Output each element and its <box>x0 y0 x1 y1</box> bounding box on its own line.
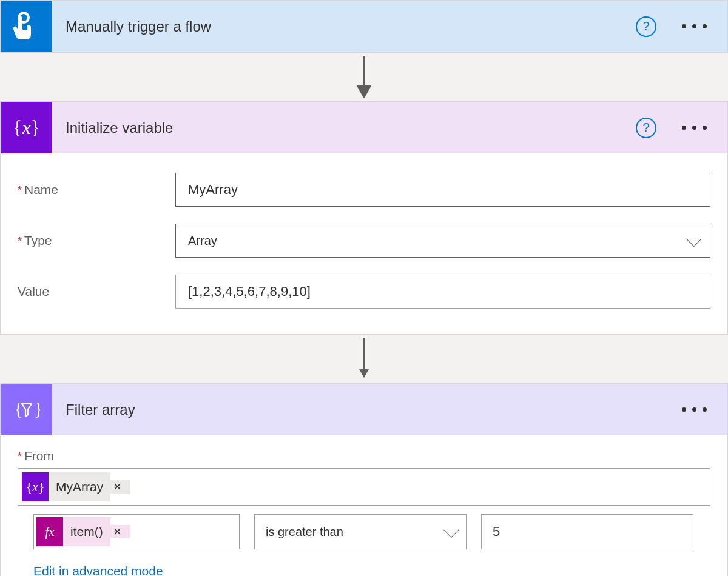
condition-operator-value: is greater than <box>266 525 343 539</box>
field-row-type: Type Array <box>18 215 710 266</box>
fx-icon: fx <box>36 517 63 546</box>
more-menu-button[interactable] <box>670 18 710 35</box>
field-row-name: Name <box>18 164 710 215</box>
field-label-from: From <box>18 449 710 463</box>
step-initialize-variable: {x} Initialize variable ? Name Type Arra… <box>0 101 728 335</box>
from-input[interactable]: {x} MyArray ✕ <box>18 468 710 506</box>
token-label: MyArray <box>49 472 110 501</box>
filter-array-icon: { } <box>1 384 52 435</box>
type-select-value: Array <box>188 234 217 248</box>
step-trigger-title: Manually trigger a flow <box>66 18 622 35</box>
field-label-name: Name <box>18 183 175 197</box>
variable-icon: {x} <box>1 102 52 153</box>
help-icon[interactable]: ? <box>636 118 656 138</box>
condition-value-input[interactable]: 5 <box>481 514 693 549</box>
type-select[interactable]: Array <box>175 224 710 258</box>
value-input[interactable] <box>175 275 710 309</box>
step-filter-array: { } Filter array From {x} MyArray ✕ <box>0 383 728 576</box>
more-menu-button[interactable] <box>670 401 710 418</box>
token-label: item() <box>63 517 110 546</box>
connector-arrow <box>0 335 728 383</box>
field-label-type: Type <box>18 233 175 248</box>
step-filter-body: From {x} MyArray ✕ fx item() <box>1 435 727 576</box>
more-menu-button[interactable] <box>670 119 710 136</box>
token-expression-item[interactable]: fx item() ✕ <box>36 517 130 546</box>
svg-text:}: } <box>34 398 41 418</box>
token-variable-myarray[interactable]: {x} MyArray ✕ <box>22 472 130 501</box>
chevron-down-icon <box>686 231 701 246</box>
step-initvar-title: Initialize variable <box>66 119 622 136</box>
condition-left-input[interactable]: fx item() ✕ <box>33 514 240 549</box>
condition-value: 5 <box>493 524 500 540</box>
step-initvar-header[interactable]: {x} Initialize variable ? <box>1 102 727 153</box>
step-filter-title: Filter array <box>66 401 656 418</box>
name-input[interactable] <box>175 173 710 207</box>
step-trigger: Manually trigger a flow ? <box>0 0 728 53</box>
help-icon[interactable]: ? <box>636 16 656 37</box>
token-remove-button[interactable]: ✕ <box>110 480 130 494</box>
chevron-down-icon <box>443 522 459 537</box>
field-row-value: Value <box>18 266 710 317</box>
variable-icon: {x} <box>22 472 49 501</box>
edit-advanced-mode-link[interactable]: Edit in advanced mode <box>33 564 710 576</box>
svg-text:{: { <box>14 398 22 418</box>
step-filter-header[interactable]: { } Filter array <box>1 384 727 435</box>
connector-arrow <box>0 53 728 101</box>
token-remove-button[interactable]: ✕ <box>110 525 130 538</box>
field-label-value: Value <box>18 284 175 299</box>
manual-trigger-icon <box>1 1 52 52</box>
step-trigger-header[interactable]: Manually trigger a flow ? <box>1 1 727 52</box>
condition-row: fx item() ✕ is greater than 5 <box>18 514 710 549</box>
condition-operator-select[interactable]: is greater than <box>254 514 467 549</box>
step-initvar-body: Name Type Array Value <box>1 153 727 334</box>
